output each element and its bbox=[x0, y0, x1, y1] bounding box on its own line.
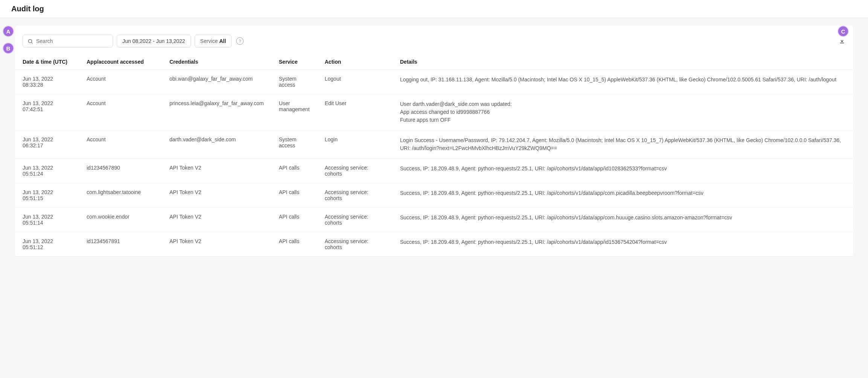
column-header-service[interactable]: Service bbox=[272, 54, 317, 70]
cell-details: User darth.vader@dark_side.com was updat… bbox=[392, 94, 853, 130]
column-header-date[interactable]: Date & time (UTC) bbox=[15, 54, 79, 70]
cell-action: Accessing service: cohorts bbox=[317, 208, 392, 232]
cell-date: Jun 13, 2022 05:51:14 bbox=[15, 208, 79, 232]
cell-service: API calls bbox=[272, 232, 317, 257]
cell-date: Jun 13, 2022 05:51:24 bbox=[15, 159, 79, 183]
cell-credentials: API Token V2 bbox=[162, 208, 272, 232]
cell-date: Jun 13, 2022 06:32:17 bbox=[15, 130, 79, 159]
table-row[interactable]: Jun 13, 2022 05:51:14com.wookie.endorAPI… bbox=[15, 208, 853, 232]
page-title: Audit log bbox=[0, 0, 868, 18]
cell-app: Account bbox=[79, 94, 162, 130]
cell-service: API calls bbox=[272, 208, 317, 232]
cell-details: Success, IP: 18.209.48.9, Agent: python-… bbox=[392, 159, 853, 183]
cell-credentials: darth.vader@dark_side.com bbox=[162, 130, 272, 159]
audit-log-panel: Jun 08,2022 - Jun 13,2022 Service All ? … bbox=[15, 26, 853, 257]
service-filter-value: All bbox=[219, 38, 226, 44]
table-row[interactable]: Jun 13, 2022 05:51:15com.lightsaber.tato… bbox=[15, 183, 853, 208]
table-row[interactable]: Jun 13, 2022 06:32:17Accountdarth.vader@… bbox=[15, 130, 853, 159]
cell-credentials: API Token V2 bbox=[162, 159, 272, 183]
cell-action: Accessing service: cohorts bbox=[317, 183, 392, 208]
service-filter[interactable]: Service All bbox=[195, 35, 232, 47]
column-header-app[interactable]: App/account accessed bbox=[79, 54, 162, 70]
table-row[interactable]: Jun 13, 2022 05:51:24id1234567890API Tok… bbox=[15, 159, 853, 183]
cell-action: Accessing service: cohorts bbox=[317, 159, 392, 183]
cell-details: Success, IP: 18.209.48.9, Agent: python-… bbox=[392, 232, 853, 257]
svg-line-1 bbox=[31, 42, 32, 43]
cell-service: API calls bbox=[272, 183, 317, 208]
annotation-b: B bbox=[3, 43, 13, 53]
table-row[interactable]: Jun 13, 2022 07:42:51Accountprincess.lei… bbox=[15, 94, 853, 130]
search-box[interactable] bbox=[23, 35, 113, 47]
cell-service: API calls bbox=[272, 159, 317, 183]
service-filter-label: Service bbox=[200, 38, 218, 44]
cell-action: Logout bbox=[317, 70, 392, 94]
cell-details: Success, IP: 18.209.48.9, Agent: python-… bbox=[392, 183, 853, 208]
cell-app: Account bbox=[79, 130, 162, 159]
cell-credentials: API Token V2 bbox=[162, 183, 272, 208]
cell-app: Account bbox=[79, 70, 162, 94]
cell-action: Accessing service: cohorts bbox=[317, 232, 392, 257]
help-icon[interactable]: ? bbox=[236, 37, 244, 45]
svg-point-0 bbox=[29, 39, 32, 43]
cell-credentials: obi.wan@galaxy_far_far_away.com bbox=[162, 70, 272, 94]
cell-service: System access bbox=[272, 70, 317, 94]
cell-details: Login Success - Username/Password, IP: 7… bbox=[392, 130, 853, 159]
column-header-action[interactable]: Action bbox=[317, 54, 392, 70]
cell-date: Jun 13, 2022 07:42:51 bbox=[15, 94, 79, 130]
cell-app: com.lightsaber.tatooine bbox=[79, 183, 162, 208]
search-input[interactable] bbox=[36, 38, 108, 44]
table-row[interactable]: Jun 13, 2022 08:33:28Accountobi.wan@gala… bbox=[15, 70, 853, 94]
cell-details: Success, IP: 18.209.48.9, Agent: python-… bbox=[392, 208, 853, 232]
cell-app: id1234567890 bbox=[79, 159, 162, 183]
cell-action: Login bbox=[317, 130, 392, 159]
cell-details: Logging out, IP: 31.168.11.138, Agent: M… bbox=[392, 70, 853, 94]
content-wrap: A B C Jun 08,2022 - Jun 13,2022 Service … bbox=[0, 18, 868, 272]
table-header-row: Date & time (UTC) App/account accessed C… bbox=[15, 54, 853, 70]
column-header-credentials[interactable]: Credentials bbox=[162, 54, 272, 70]
cell-date: Jun 13, 2022 05:51:15 bbox=[15, 183, 79, 208]
cell-credentials: princess.leia@galaxy_far_far_away.com bbox=[162, 94, 272, 130]
column-header-details[interactable]: Details bbox=[392, 54, 853, 70]
audit-log-table: Date & time (UTC) App/account accessed C… bbox=[15, 54, 853, 257]
toolbar: Jun 08,2022 - Jun 13,2022 Service All ? bbox=[15, 26, 853, 54]
cell-date: Jun 13, 2022 08:33:28 bbox=[15, 70, 79, 94]
cell-service: System access bbox=[272, 130, 317, 159]
cell-app: id1234567891 bbox=[79, 232, 162, 257]
cell-app: com.wookie.endor bbox=[79, 208, 162, 232]
search-icon bbox=[27, 38, 33, 44]
table-row[interactable]: Jun 13, 2022 05:51:12id1234567891API Tok… bbox=[15, 232, 853, 257]
cell-action: Edit User bbox=[317, 94, 392, 130]
download-icon[interactable] bbox=[839, 37, 845, 45]
annotation-c: C bbox=[838, 26, 848, 36]
cell-service: User management bbox=[272, 94, 317, 130]
annotation-a: A bbox=[3, 26, 13, 36]
cell-credentials: API Token V2 bbox=[162, 232, 272, 257]
cell-date: Jun 13, 2022 05:51:12 bbox=[15, 232, 79, 257]
date-range-picker[interactable]: Jun 08,2022 - Jun 13,2022 bbox=[117, 35, 191, 47]
